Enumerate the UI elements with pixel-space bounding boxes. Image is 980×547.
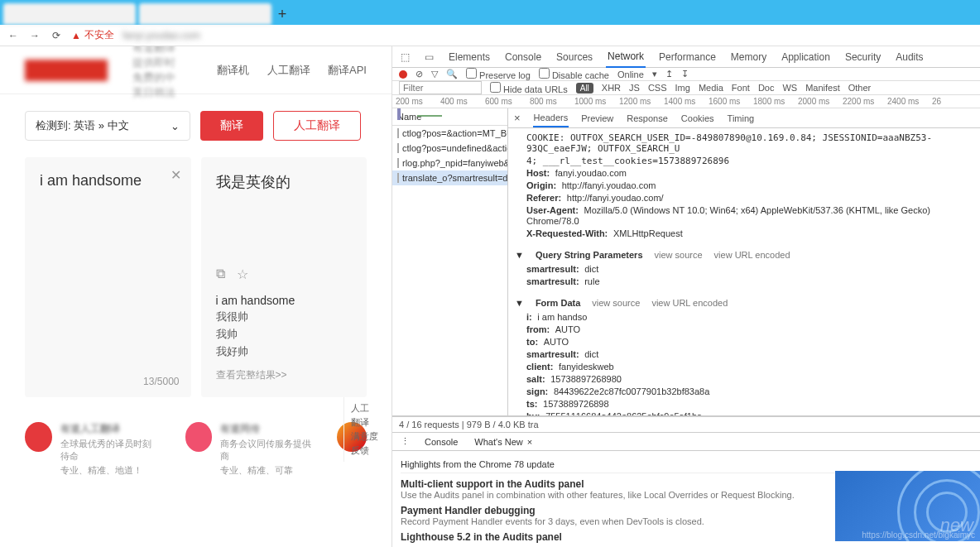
request-list: Name ctlog?pos=&action=MT_BUTT...ctlog?p… xyxy=(392,108,508,415)
download-icon[interactable]: ↧ xyxy=(681,69,689,79)
throttle-select[interactable]: Online xyxy=(617,70,644,79)
filter-manifest[interactable]: Manifest xyxy=(805,83,840,93)
filter-icon[interactable]: ▽ xyxy=(431,69,438,79)
nav-translator[interactable]: 翻译机 xyxy=(217,64,249,76)
filter-css[interactable]: CSS xyxy=(648,83,667,93)
promo-title: 有道人工翻译 xyxy=(60,422,161,436)
timeline-tick: 1800 ms xyxy=(753,97,798,106)
filter-js[interactable]: JS xyxy=(629,83,640,93)
filter-font[interactable]: Font xyxy=(732,83,750,93)
header-ua: User-Agent: Mozilla/5.0 (Windows NT 10.0… xyxy=(515,204,973,228)
tab-whatsnew[interactable]: What's New × xyxy=(471,434,534,450)
nav-human[interactable]: 人工翻译 xyxy=(267,64,310,76)
tab-performance[interactable]: Performance xyxy=(657,47,718,67)
copy-icon[interactable]: ⧉ xyxy=(216,266,225,282)
side-text: 反馈 xyxy=(351,444,378,457)
forward-icon[interactable]: → xyxy=(28,29,41,42)
view-urlencoded-link[interactable]: view URL encoded xyxy=(651,298,728,308)
tab-console[interactable]: Console xyxy=(503,47,543,67)
filter-ws[interactable]: WS xyxy=(782,83,797,93)
view-source-link[interactable]: view source xyxy=(655,250,703,260)
new-tab-button[interactable]: + xyxy=(271,3,293,25)
promo-icon xyxy=(185,422,213,452)
tab-timing[interactable]: Timing xyxy=(727,110,756,127)
dict-title: i am handsome xyxy=(216,294,353,307)
request-row[interactable]: ctlog?pos=undefined&action... xyxy=(392,141,507,156)
search-icon[interactable]: 🔍 xyxy=(446,69,458,79)
filter-input[interactable] xyxy=(399,81,482,94)
star-icon[interactable]: ☆ xyxy=(237,266,248,282)
formdata-header[interactable]: ▼ Form Data view source view URL encoded xyxy=(515,295,973,311)
feedback-sidebar[interactable]: 人工 翻译 满意度 反馈 xyxy=(343,397,385,462)
record-icon[interactable] xyxy=(399,70,407,79)
browser-tab[interactable] xyxy=(3,3,136,25)
side-text: 满意度 xyxy=(351,430,378,443)
source-text[interactable]: i am handsome xyxy=(40,172,176,190)
qsp-header[interactable]: ▼ Query String Parameters view source vi… xyxy=(515,247,973,263)
preserve-log-checkbox[interactable]: Preserve log xyxy=(466,68,531,80)
tab-response[interactable]: Response xyxy=(626,110,669,127)
browser-tab-active[interactable] xyxy=(139,3,271,25)
tab-sources[interactable]: Sources xyxy=(555,47,594,67)
filter-img[interactable]: Img xyxy=(675,83,690,93)
timeline-tick: 400 ms xyxy=(440,97,485,106)
url-text[interactable]: fanyi.youdao.com xyxy=(122,30,200,41)
tab-network[interactable]: Network xyxy=(606,46,646,68)
file-icon xyxy=(397,143,399,153)
promo-line: 专业、精准、地道！ xyxy=(60,464,161,477)
network-timeline[interactable]: 200 ms400 ms600 ms800 ms1000 ms1200 ms14… xyxy=(392,95,980,108)
file-icon xyxy=(397,173,399,183)
more-icon[interactable]: ⋮ xyxy=(399,433,411,450)
filter-xhr[interactable]: XHR xyxy=(602,83,621,93)
tab-audits[interactable]: Audits xyxy=(894,47,925,67)
tab-security[interactable]: Security xyxy=(843,47,882,67)
tab-console[interactable]: Console xyxy=(423,434,459,450)
inspect-icon[interactable]: ⬚ xyxy=(399,47,411,67)
more-link[interactable]: 查看完整结果>> xyxy=(216,368,287,382)
human-translate-button[interactable]: 人工翻译 xyxy=(273,111,361,141)
header-tagline: 有道翻译提供即时免费的中英日韩法 xyxy=(132,46,177,100)
request-row[interactable]: ctlog?pos=&action=MT_BUTT... xyxy=(392,126,507,141)
tab-elements[interactable]: Elements xyxy=(447,47,492,67)
drawer-tabs: ⋮ Console What's New × xyxy=(392,433,980,451)
request-row[interactable]: rlog.php?_npid=fanyiweb&_nc... xyxy=(392,156,507,170)
clear-icon[interactable]: ✕ xyxy=(171,167,181,183)
language-selector[interactable]: 检测到: 英语 » 中文 ⌄ xyxy=(25,111,190,141)
tab-memory[interactable]: Memory xyxy=(729,47,768,67)
result-panel: 我是英俊的 ⧉ ☆ i am handsome 我很帅 我帅 我好帅 查看完整结… xyxy=(201,157,368,397)
filter-all[interactable]: All xyxy=(576,83,593,94)
request-row[interactable]: translate_o?smartresult=dict&... xyxy=(392,170,507,185)
timeline-tick: 2400 ms xyxy=(887,97,932,106)
device-icon[interactable]: ▭ xyxy=(423,47,435,67)
filter-other[interactable]: Other xyxy=(848,83,872,93)
dict-line: 我帅 xyxy=(216,327,353,342)
view-urlencoded-link[interactable]: view URL encoded xyxy=(714,250,790,260)
tab-headers[interactable]: Headers xyxy=(533,109,569,127)
upload-icon[interactable]: ↥ xyxy=(665,69,673,79)
translate-button[interactable]: 翻译 xyxy=(200,111,263,141)
tab-cookies[interactable]: Cookies xyxy=(680,110,715,127)
page-content: 有道翻译提供即时免费的中英日韩法 翻译机 人工翻译 翻译API 检测到: 英语 … xyxy=(0,46,392,547)
close-icon[interactable]: × xyxy=(513,108,521,127)
tab-preview[interactable]: Preview xyxy=(580,110,614,127)
nav-api[interactable]: 翻译API xyxy=(328,64,367,76)
clear-icon[interactable]: ⊘ xyxy=(416,69,423,79)
network-filter-bar: Hide data URLs All XHR JS CSS Img Media … xyxy=(392,81,980,95)
fd-item: from: AUTO xyxy=(515,324,973,336)
devtools-tabs: ⬚ ▭ Elements Console Sources Network Per… xyxy=(392,46,980,68)
language-label: 检测到: 英语 » 中文 xyxy=(36,118,129,133)
back-icon[interactable]: ← xyxy=(7,29,20,42)
disable-cache-checkbox[interactable]: Disable cache xyxy=(539,68,609,80)
source-panel[interactable]: i am handsome ✕ 13/5000 xyxy=(25,157,191,397)
tab-application[interactable]: Application xyxy=(780,47,832,67)
view-source-link[interactable]: view source xyxy=(592,298,640,308)
filter-media[interactable]: Media xyxy=(699,83,723,93)
timeline-tick: 1000 ms xyxy=(574,97,619,106)
insecure-badge: ▲ 不安全 xyxy=(71,28,114,42)
header-xrw: X-Requested-With: XMLHttpRequest xyxy=(515,228,973,240)
hide-data-urls-checkbox[interactable]: Hide data URLs xyxy=(490,82,568,94)
promo-line: 全球最优秀的译员时刻待命 xyxy=(60,438,161,463)
filter-doc[interactable]: Doc xyxy=(758,83,775,93)
site-logo[interactable] xyxy=(25,60,108,81)
reload-icon[interactable]: ⟳ xyxy=(50,29,63,42)
